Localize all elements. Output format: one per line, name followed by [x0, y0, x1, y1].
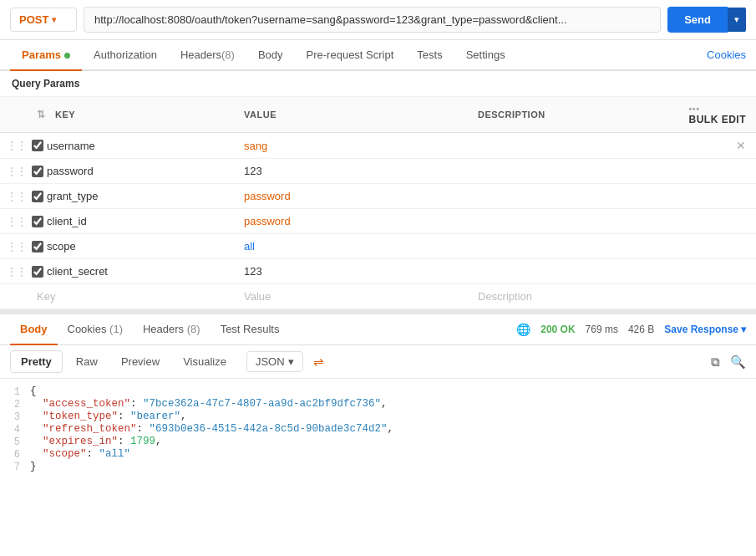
col-header-description: DESCRIPTION — [468, 97, 679, 133]
copy-icon[interactable]: ⧉ — [711, 355, 720, 370]
response-size: 426 B — [628, 324, 654, 335]
line-content: { — [30, 385, 756, 398]
view-tab-preview[interactable]: Preview — [111, 351, 170, 372]
row-actions-cell — [679, 259, 757, 284]
cookies-link[interactable]: Cookies — [707, 48, 746, 61]
table-row: ⋮⋮ grant_type password — [0, 184, 756, 209]
row-key: password — [47, 165, 94, 177]
response-area: Body Cookies (1) Headers (8) Test Result… — [0, 309, 756, 480]
method-label: POST — [19, 13, 48, 26]
row-description-cell — [468, 159, 679, 184]
line-number: 4 — [0, 423, 30, 436]
send-button-group: Send ▾ — [667, 7, 746, 33]
col-header-actions: ••• Bulk Edit — [679, 97, 757, 133]
view-tabs-bar: Pretty Raw Preview Visualize JSON ▾ ⇌ ⧉ … — [0, 345, 756, 379]
row-description-cell — [468, 209, 679, 234]
row-value-cell: 123 — [234, 159, 468, 184]
row-value: sang — [244, 140, 267, 152]
line-number: 3 — [0, 411, 30, 423]
bulk-edit-button[interactable]: Bulk Edit — [689, 114, 747, 125]
row-description-cell — [468, 259, 679, 284]
send-button[interactable]: Send — [667, 7, 728, 33]
send-dropdown-button[interactable]: ▾ — [728, 8, 746, 32]
method-chevron-icon: ▾ — [52, 15, 56, 24]
status-badge: 200 OK — [540, 324, 575, 335]
drag-handle-icon[interactable]: ⋮⋮ — [7, 140, 27, 151]
response-tab-body[interactable]: Body — [10, 314, 58, 345]
row-value-cell: all — [234, 234, 468, 259]
drag-handle-icon[interactable]: ⋮⋮ — [7, 191, 27, 202]
tab-body[interactable]: Body — [246, 40, 295, 71]
row-checkbox[interactable] — [32, 216, 43, 227]
response-tab-cookies[interactable]: Cookies (1) — [58, 314, 133, 345]
wrap-icon[interactable]: ⇌ — [313, 355, 324, 370]
drag-handle-icon[interactable]: ⋮⋮ — [7, 166, 27, 177]
code-line: 3 "token_type": "bearer", — [0, 411, 756, 423]
response-tab-test-results[interactable]: Test Results — [211, 314, 290, 345]
code-line: 2 "access_token": "7bce362a-47c7-4807-aa… — [0, 398, 756, 411]
row-description-cell — [468, 133, 679, 159]
drag-handle-icon[interactable]: ⋮⋮ — [7, 266, 27, 278]
row-checkbox[interactable] — [32, 140, 43, 151]
view-tab-pretty[interactable]: Pretty — [10, 350, 63, 373]
table-row: ⋮⋮ client_id password — [0, 209, 756, 234]
placeholder-actions-cell — [679, 284, 757, 309]
row-checkbox[interactable] — [32, 241, 43, 252]
row-actions-cell — [679, 209, 757, 234]
drag-handle-icon[interactable]: ⋮⋮ — [7, 241, 27, 252]
placeholder-key-cell: Key — [0, 284, 234, 309]
tab-params[interactable]: Params — [10, 40, 82, 71]
save-response-button[interactable]: Save Response ▾ — [664, 324, 746, 335]
params-table-body: ⋮⋮ username sang ✕ ⋮⋮ password 123 — [0, 133, 756, 309]
placeholder-value: Value — [244, 290, 271, 303]
more-options-icon[interactable]: ••• — [689, 104, 700, 114]
tab-prerequest[interactable]: Pre-request Script — [295, 40, 406, 71]
row-checkbox[interactable] — [32, 191, 43, 202]
url-input[interactable] — [84, 7, 661, 33]
row-value-cell: password — [234, 209, 468, 234]
line-number: 5 — [0, 436, 30, 448]
table-row: ⋮⋮ scope all — [0, 234, 756, 259]
table-header-row: ⇅ KEY VALUE DESCRIPTION ••• Bulk Edit — [0, 97, 756, 133]
placeholder-description: Description — [478, 290, 532, 303]
line-content: "expires_in": 1799, — [30, 436, 756, 448]
response-tab-headers[interactable]: Headers (8) — [133, 314, 211, 345]
drag-handle-icon[interactable]: ⋮⋮ — [7, 216, 27, 227]
tab-headers[interactable]: Headers(8) — [169, 40, 246, 71]
line-content: "access_token": "7bce362a-47c7-4807-aa9d… — [30, 398, 756, 411]
col-header-key: ⇅ KEY — [0, 97, 234, 133]
row-description-cell — [468, 184, 679, 209]
tab-settings[interactable]: Settings — [454, 40, 517, 71]
save-response-chevron-icon: ▾ — [741, 324, 746, 335]
format-chevron-icon: ▾ — [288, 355, 294, 368]
row-value: password — [244, 215, 291, 227]
line-number: 2 — [0, 398, 30, 411]
query-params-title: Query Params — [0, 71, 756, 97]
tab-authorization[interactable]: Authorization — [82, 40, 169, 71]
row-key-cell: ⋮⋮ client_secret — [0, 259, 234, 284]
row-actions-cell: ✕ — [679, 133, 757, 159]
col-header-value: VALUE — [234, 97, 468, 133]
view-tab-raw[interactable]: Raw — [66, 351, 108, 372]
format-selector[interactable]: JSON ▾ — [246, 351, 303, 372]
row-value-cell: password — [234, 184, 468, 209]
row-key-cell: ⋮⋮ username — [0, 133, 234, 159]
row-key-cell: ⋮⋮ scope — [0, 234, 234, 259]
row-checkbox[interactable] — [32, 166, 43, 177]
view-tab-visualize[interactable]: Visualize — [173, 351, 236, 372]
row-checkbox[interactable] — [32, 266, 43, 278]
request-tabs-bar: Params Authorization Headers(8) Body Pre… — [0, 40, 756, 71]
row-key-cell: ⋮⋮ grant_type — [0, 184, 234, 209]
filter-icon: ⇅ — [37, 109, 46, 120]
line-number: 1 — [0, 385, 30, 398]
search-icon[interactable]: 🔍 — [730, 355, 746, 370]
params-table: ⇅ KEY VALUE DESCRIPTION ••• Bulk Edit ⋮⋮… — [0, 97, 756, 309]
table-row: ⋮⋮ username sang ✕ — [0, 133, 756, 159]
params-table-wrapper: ⇅ KEY VALUE DESCRIPTION ••• Bulk Edit ⋮⋮… — [0, 97, 756, 309]
params-active-dot — [64, 53, 70, 59]
tab-tests[interactable]: Tests — [405, 40, 454, 71]
code-line: 1{ — [0, 385, 756, 398]
delete-row-icon[interactable]: ✕ — [736, 139, 746, 152]
method-selector[interactable]: POST ▾ — [10, 8, 77, 32]
code-line: 5 "expires_in": 1799, — [0, 436, 756, 448]
